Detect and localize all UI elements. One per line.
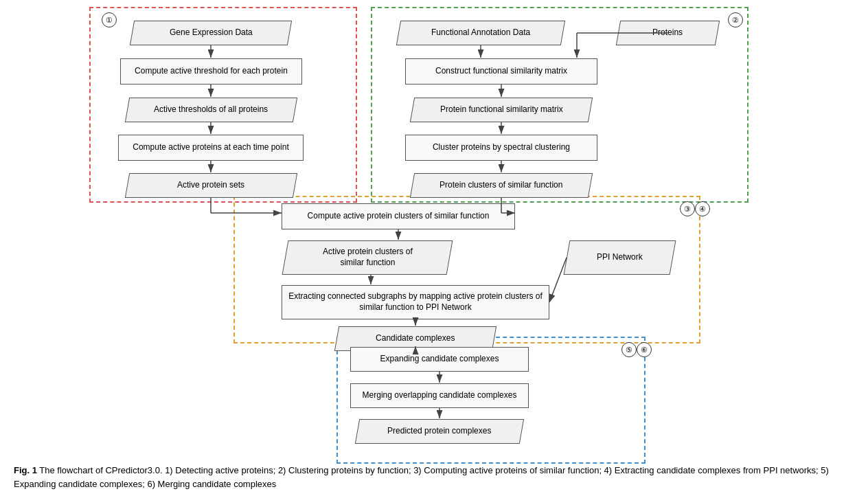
gene-expression-data: Gene Expression Data (130, 21, 292, 45)
label-circle-4: ④ (695, 201, 710, 216)
label-circle-2: ② (728, 12, 743, 27)
label-circle-1: ① (102, 12, 117, 27)
diagram: ① ② ③ ④ ⑤ ⑥ Gene Expression Data Compute… (0, 0, 868, 453)
compute-threshold-box: Compute active threshold for each protei… (120, 58, 302, 84)
proteins-box: Proteins (616, 21, 720, 45)
merging-box: Merging overlapping candidate complexes (350, 383, 529, 408)
active-clusters-box: Active protein clusters of similar funct… (282, 240, 453, 275)
compute-active-clusters-box: Compute active protein clusters of simil… (282, 203, 515, 229)
caption-text: The flowchart of CPredictor3.0. 1) Detec… (14, 465, 829, 489)
label-circle-6: ⑥ (637, 342, 652, 357)
protein-clusters-box: Protein clusters of similar function (410, 173, 593, 198)
extract-subgraphs-box: Extracting connected subgraphs by mappin… (282, 285, 549, 319)
compute-active-box: Compute active proteins at each time poi… (118, 135, 304, 161)
construct-matrix-box: Construct functional similarity matrix (405, 58, 597, 84)
predicted-box: Predicted protein complexes (355, 419, 524, 444)
label-circle-3: ③ (680, 201, 695, 216)
caption-bold: Fig. 1 (14, 465, 37, 475)
func-annot-box: Functional Annotation Data (396, 21, 565, 45)
spectral-cluster-box: Cluster proteins by spectral clustering (405, 135, 597, 161)
expanding-box: Expanding candidate complexes (350, 347, 529, 372)
label-circle-5: ⑤ (621, 342, 637, 357)
ppi-network-box: PPI Network (564, 240, 676, 275)
active-thresholds-box: Active thresholds of all proteins (125, 98, 297, 122)
protein-matrix-box: Protein functional similarity matrix (410, 98, 593, 122)
active-sets-box: Active protein sets (125, 173, 297, 198)
figure-caption: Fig. 1 The flowchart of CPredictor3.0. 1… (14, 464, 854, 491)
